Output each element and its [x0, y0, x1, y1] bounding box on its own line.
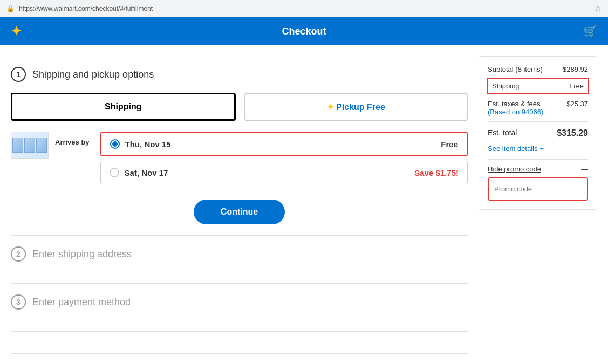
- section3-title: Enter payment method: [32, 297, 131, 308]
- promo-code-row: Apply: [488, 177, 588, 201]
- delivery-date-sat: Sat, Nov 17: [125, 168, 409, 177]
- pickup-button[interactable]: ✦ Pickup Free: [244, 93, 468, 121]
- cart-icon[interactable]: 🛒: [583, 24, 597, 38]
- product-box2: [24, 138, 35, 153]
- radio-inner-thu: [112, 141, 118, 147]
- section-address: 2 Enter shipping address: [11, 236, 468, 284]
- delivery-price-thu: Free: [441, 140, 458, 149]
- hide-promo-row: Hide promo code —: [488, 165, 588, 173]
- delivery-price-sat: Save $1.75!: [414, 168, 459, 177]
- bookmark-icon[interactable]: ☆: [594, 3, 602, 13]
- delivery-date-thu: Thu, Nov 15: [125, 140, 436, 149]
- walmart-logo: ✦: [11, 24, 22, 39]
- url-bar[interactable]: https://www.walmart.com/checkout/#/fulfi…: [19, 5, 590, 12]
- radio-sat: [110, 168, 119, 177]
- delivery-section: Arrives by Thu, Nov 15 Free Sat, Nov 17: [11, 132, 468, 189]
- continue-btn-wrapper: Continue: [11, 200, 468, 224]
- tax-value: $25.37: [566, 100, 588, 116]
- product-box1: [12, 138, 23, 153]
- main-container: 1 Shipping and pickup options Shipping ✦…: [0, 45, 608, 364]
- delivery-option-sat[interactable]: Sat, Nov 17 Save $1.75!: [100, 161, 468, 184]
- shipping-options: Shipping ✦ Pickup Free: [11, 93, 468, 121]
- product-box3: [36, 138, 47, 153]
- order-summary-sidebar: Subtotal (8 items) $289.92 Shipping Free…: [479, 56, 597, 210]
- step2-circle: 2: [11, 246, 26, 262]
- step3-circle: 3: [11, 294, 26, 310]
- section3-header: 3 Enter payment method: [11, 294, 468, 310]
- subtotal-label: Subtotal (8 items): [488, 65, 543, 73]
- hide-promo-link[interactable]: Hide promo code: [488, 165, 541, 173]
- tax-zip-link[interactable]: (Based on 94066): [488, 108, 543, 116]
- product-image: [11, 132, 49, 159]
- footer: © 2018 Walmart Inc. Leave feedback: [11, 353, 468, 364]
- lock-icon: 🔒: [6, 5, 15, 12]
- promo-minus-icon: —: [581, 165, 588, 173]
- continue-button[interactable]: Continue: [194, 200, 285, 224]
- section1-header: 1 Shipping and pickup options: [11, 67, 468, 82]
- radio-thu: [110, 139, 120, 149]
- delivery-options-list: Thu, Nov 15 Free Sat, Nov 17 Save $1.75!: [100, 132, 468, 189]
- section1-title: Shipping and pickup options: [32, 69, 154, 80]
- promo-code-input[interactable]: [489, 178, 588, 200]
- browser-bar: 🔒 https://www.walmart.com/checkout/#/ful…: [0, 0, 608, 17]
- section2-title: Enter shipping address: [32, 249, 132, 260]
- total-label: Est. total: [488, 128, 517, 138]
- shipping-value: Free: [569, 82, 584, 90]
- subtotal-row: Subtotal (8 items) $289.92: [488, 65, 588, 73]
- pickup-star-icon: ✦: [327, 102, 336, 112]
- left-content: 1 Shipping and pickup options Shipping ✦…: [11, 56, 468, 364]
- section-payment: 3 Enter payment method: [11, 284, 468, 332]
- see-details-plus-icon: +: [540, 145, 544, 153]
- shipping-label: Shipping: [492, 82, 520, 90]
- tax-label: Est. taxes & fees (Based on 94066): [488, 100, 543, 116]
- product-img-inner: [12, 138, 47, 153]
- step1-circle: 1: [11, 67, 26, 82]
- shipping-row: Shipping Free: [487, 78, 589, 94]
- total-row: Est. total $315.29: [488, 128, 588, 138]
- header: ✦ Checkout 🛒: [0, 17, 608, 45]
- section2-header: 2 Enter shipping address: [11, 246, 468, 262]
- tax-row: Est. taxes & fees (Based on 94066) $25.3…: [488, 100, 588, 116]
- total-value: $315.29: [557, 128, 588, 138]
- see-details-link[interactable]: See item details +: [488, 145, 588, 153]
- subtotal-value: $289.92: [563, 65, 588, 73]
- page-title: Checkout: [282, 26, 326, 37]
- delivery-option-thu[interactable]: Thu, Nov 15 Free: [100, 132, 468, 156]
- arrives-label: Arrives by: [55, 138, 90, 146]
- shipping-button[interactable]: Shipping: [11, 93, 236, 121]
- tax-row-inner: Est. taxes & fees (Based on 94066) $25.3…: [488, 100, 588, 116]
- section-shipping: 1 Shipping and pickup options Shipping ✦…: [11, 56, 468, 236]
